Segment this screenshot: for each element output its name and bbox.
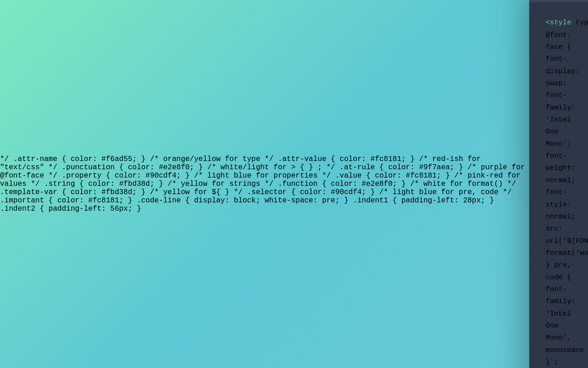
code-line-8: } [546, 261, 550, 269]
code-line-11: }`; [546, 358, 559, 366]
code-line-9: pre, code { [546, 261, 571, 281]
code-line-2: @font-face { [546, 31, 571, 51]
code-editor[interactable]: <style type="text/css"> @font-face { fon… [529, 3, 588, 368]
code-editor-window: 5 Principle.html <style type="text/css">… [529, 0, 588, 368]
code-line-7: src: url('${FONT_URL}') format('woff2'); [546, 224, 588, 257]
code-line-5: font-weight: normal; [546, 152, 576, 184]
code-line-1: <style type="text/css"> [546, 18, 588, 27]
code-line-4: font-family: 'Intel One Mono'; [546, 91, 576, 148]
code-line-6: font-style: normal; [546, 188, 576, 221]
code-line-10: font-family: 'Intel One Mono', monospace… [546, 285, 588, 354]
code-line-3: font-display: swap; [546, 55, 580, 87]
